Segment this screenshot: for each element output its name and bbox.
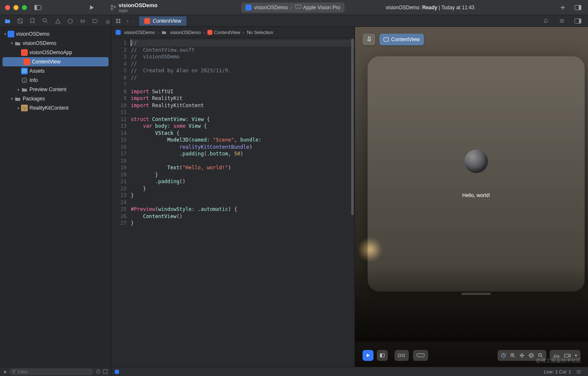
tree-packages[interactable]: ▾ Packages bbox=[0, 94, 111, 103]
nav-back-button[interactable]: ‹ bbox=[125, 17, 130, 25]
device-settings-button[interactable] bbox=[413, 350, 428, 361]
jump-bar[interactable]: visionOSDemo › visionOSDemo › ContentVie… bbox=[111, 27, 355, 38]
scm-filter-icon[interactable] bbox=[103, 369, 108, 374]
svg-point-28 bbox=[529, 355, 533, 356]
debug-navigator-icon[interactable] bbox=[79, 18, 86, 24]
destination-name: Apple Vision Pro bbox=[303, 5, 341, 11]
project-icon bbox=[116, 30, 121, 35]
crumb-project[interactable]: visionOSDemo bbox=[116, 30, 155, 35]
tree-file-app[interactable]: visionOSDemoApp bbox=[0, 48, 111, 57]
project-navigator-icon[interactable] bbox=[4, 18, 11, 24]
related-items-button[interactable] bbox=[114, 15, 123, 27]
selectable-preview-button[interactable] bbox=[377, 350, 388, 361]
cursor-position: Line: 1 Col: 1 bbox=[544, 369, 576, 374]
tree-assets[interactable]: Assets bbox=[0, 66, 111, 76]
svg-rect-32 bbox=[103, 370, 107, 373]
filter-field[interactable] bbox=[9, 368, 93, 375]
main-area: ▾ visionOSDemo ▾ visionOSDemo visionOSDe… bbox=[0, 27, 588, 367]
toggle-left-sidebar-button[interactable] bbox=[32, 2, 44, 13]
maximize-window-button[interactable] bbox=[22, 5, 27, 10]
crumb-group[interactable]: visionOSDemo bbox=[162, 30, 201, 35]
swift-file-icon bbox=[21, 49, 28, 56]
disclosure-icon[interactable]: ▸ bbox=[16, 106, 21, 110]
tree-info[interactable]: i Info bbox=[0, 76, 111, 85]
window-controls bbox=[0, 5, 32, 10]
crumb-file[interactable]: ContentView bbox=[207, 30, 240, 35]
chevron-right-icon: › bbox=[157, 30, 159, 35]
scheme-selector[interactable]: visionOSDemo main bbox=[110, 2, 157, 13]
tree-group[interactable]: ▾ visionOSDemo bbox=[0, 39, 111, 48]
project-navigator[interactable]: ▾ visionOSDemo ▾ visionOSDemo visionOSDe… bbox=[0, 27, 111, 367]
tree-label: visionOSDemo bbox=[23, 40, 56, 46]
svg-rect-18 bbox=[22, 69, 27, 73]
editor-pane: visionOSDemo › visionOSDemo › ContentVie… bbox=[111, 27, 355, 367]
folder-icon bbox=[14, 95, 21, 102]
pan-icon[interactable] bbox=[519, 353, 524, 358]
source-code-editor[interactable]: 1234567891011121314151617181920212223242… bbox=[111, 38, 355, 367]
scheme-pill[interactable]: visionOSDemo › Apple Vision Pro bbox=[241, 3, 344, 13]
orbit-icon[interactable] bbox=[529, 353, 534, 358]
close-window-button[interactable] bbox=[5, 5, 10, 10]
library-button[interactable] bbox=[572, 2, 584, 13]
live-preview-play-button[interactable] bbox=[363, 350, 373, 361]
chevron-right-icon: › bbox=[203, 30, 205, 35]
tree-label: Packages bbox=[23, 96, 45, 102]
nav-forward-button[interactable]: › bbox=[131, 17, 136, 25]
chevron-right-icon: › bbox=[291, 5, 292, 11]
disclosure-icon[interactable]: ▾ bbox=[3, 32, 8, 36]
recent-files-icon[interactable] bbox=[96, 369, 101, 374]
tree-label: Preview Content bbox=[29, 87, 66, 92]
disclosure-icon[interactable]: ▸ bbox=[16, 87, 21, 92]
disclosure-icon[interactable]: ▾ bbox=[9, 41, 14, 45]
code-text[interactable]: //// ContentView.swift// visionOSDemo///… bbox=[131, 38, 355, 367]
preview-selector-pill[interactable]: ContentView bbox=[379, 34, 424, 45]
scrollbar-thumb[interactable] bbox=[351, 39, 354, 215]
vertical-scrollbar[interactable] bbox=[350, 38, 355, 367]
editor-tab[interactable]: ContentView bbox=[139, 16, 186, 26]
zoom-in-icon[interactable] bbox=[510, 353, 515, 358]
tree-package-realitykit[interactable]: ▸ RealityKitContent bbox=[0, 103, 111, 113]
navigator-toolbar: ‹ › ContentView bbox=[0, 15, 588, 27]
filter-input[interactable] bbox=[18, 369, 91, 374]
home-icon[interactable] bbox=[501, 353, 506, 358]
branch-icon bbox=[110, 5, 116, 11]
preview-canvas[interactable]: ContentView Hello, world! bbox=[355, 27, 588, 367]
vision-window[interactable]: Hello, world! bbox=[368, 56, 585, 292]
run-button[interactable] bbox=[86, 2, 98, 13]
adjust-editor-icon[interactable] bbox=[556, 15, 568, 27]
add-button[interactable] bbox=[557, 2, 569, 13]
svg-rect-17 bbox=[9, 32, 13, 36]
find-navigator-icon[interactable] bbox=[42, 18, 48, 24]
pin-icon bbox=[367, 37, 371, 42]
window-icon bbox=[384, 37, 389, 42]
folder-icon bbox=[21, 86, 28, 93]
navigator-filter-bar: + bbox=[0, 367, 111, 376]
variants-button[interactable] bbox=[395, 350, 409, 361]
line-number-gutter[interactable]: 1234567891011121314151617181920212223242… bbox=[111, 38, 131, 367]
toggle-right-sidebar-icon[interactable] bbox=[572, 15, 584, 27]
tree-label: RealityKitContent bbox=[29, 105, 69, 111]
bookmark-navigator-icon[interactable] bbox=[29, 18, 36, 24]
minimize-window-button[interactable] bbox=[13, 5, 19, 10]
tree-file-contentview[interactable]: ContentView bbox=[3, 57, 109, 66]
breakpoint-navigator-icon[interactable] bbox=[92, 18, 98, 24]
tree-preview-content[interactable]: ▸ Preview Content bbox=[0, 85, 111, 94]
status-indicator bbox=[115, 370, 119, 374]
source-control-navigator-icon[interactable] bbox=[17, 18, 24, 24]
pin-preview-button[interactable] bbox=[363, 34, 375, 45]
svg-rect-5 bbox=[246, 5, 252, 11]
tree-root-project[interactable]: ▾ visionOSDemo bbox=[0, 29, 111, 39]
refresh-preview-icon[interactable] bbox=[540, 15, 552, 27]
issue-navigator-icon[interactable] bbox=[54, 18, 61, 24]
filter-icon bbox=[12, 370, 16, 374]
swift-file-icon bbox=[207, 30, 212, 35]
tree-label: visionOSDemoApp bbox=[29, 50, 72, 55]
add-target-button[interactable]: + bbox=[3, 368, 7, 375]
watermark-text: @稀土掘金技术社区 bbox=[536, 357, 581, 364]
outline-toggle-icon[interactable] bbox=[576, 370, 585, 374]
crumb-selection[interactable]: No Selection bbox=[247, 30, 273, 35]
test-navigator-icon[interactable] bbox=[67, 18, 74, 24]
report-navigator-icon[interactable] bbox=[104, 18, 111, 24]
disclosure-icon[interactable]: ▾ bbox=[9, 97, 14, 101]
svg-point-4 bbox=[114, 6, 116, 8]
